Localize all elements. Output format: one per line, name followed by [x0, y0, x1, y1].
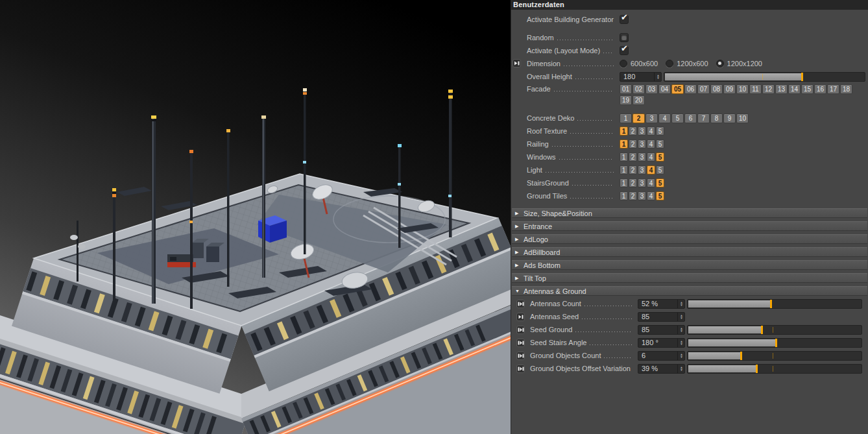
choice-button[interactable]: 1: [620, 165, 628, 175]
choice-button[interactable]: 03: [645, 84, 658, 94]
choice-button[interactable]: 1: [620, 191, 628, 200]
radio-option[interactable]: 1200x600: [666, 60, 708, 67]
choice-button[interactable]: 07: [697, 84, 710, 94]
choice-button[interactable]: 17: [827, 84, 839, 94]
stepper[interactable]: ▲▼: [677, 339, 683, 347]
choice-button[interactable]: 4: [658, 114, 671, 123]
choice-button[interactable]: 6: [684, 114, 697, 123]
ground-objects-count-field[interactable]: 6▲▼: [638, 351, 685, 361]
overall-height-slider[interactable]: [664, 72, 865, 82]
section-header-adbillboard[interactable]: ▶ AdBillboard: [512, 247, 867, 257]
choice-button[interactable]: 2: [629, 127, 637, 136]
section-header-size-shape-position[interactable]: ▶ Size, Shape&Position: [512, 208, 867, 218]
stepper[interactable]: ▲▼: [677, 326, 683, 334]
choice-button[interactable]: 5: [656, 127, 664, 136]
choice-button[interactable]: 18: [840, 84, 852, 94]
ground-objects-offset-variation-field[interactable]: 39 %▲▼: [638, 364, 685, 374]
choice-button[interactable]: 5: [656, 191, 664, 200]
choice-button[interactable]: 3: [645, 114, 658, 123]
choice-button[interactable]: 5: [656, 165, 664, 175]
overall-height-field[interactable]: 180 ▲▼: [620, 72, 662, 82]
slider-handle[interactable]: [761, 326, 763, 334]
activate-building-generator-checkbox[interactable]: ✔: [620, 15, 629, 24]
choice-button[interactable]: 8: [710, 114, 723, 123]
choice-button[interactable]: 1: [620, 139, 628, 149]
choice-button[interactable]: 1: [620, 127, 628, 136]
choice-button[interactable]: 2: [629, 152, 637, 162]
choice-button[interactable]: 06: [684, 84, 697, 94]
ground-objects-offset-variation-slider[interactable]: [687, 364, 862, 374]
antennas-count-slider[interactable]: [687, 299, 862, 309]
choice-button[interactable]: 4: [647, 191, 655, 200]
choice-button[interactable]: 5: [656, 152, 664, 162]
choice-button[interactable]: 10: [736, 114, 749, 123]
choice-button[interactable]: 08: [710, 84, 723, 94]
choice-button[interactable]: 3: [638, 191, 646, 200]
slider-handle[interactable]: [756, 365, 758, 373]
choice-button[interactable]: 19: [620, 95, 632, 105]
choice-button[interactable]: 02: [633, 84, 645, 94]
choice-button[interactable]: 12: [762, 84, 775, 94]
slider-handle[interactable]: [801, 73, 803, 81]
stepper[interactable]: ▲▼: [654, 73, 660, 81]
choice-button[interactable]: 1: [620, 114, 632, 123]
antennas-seed-field[interactable]: 85▲▼: [638, 312, 685, 322]
choice-button[interactable]: 3: [638, 165, 646, 175]
stepper[interactable]: ▲▼: [677, 365, 683, 373]
random-checkbox[interactable]: [620, 33, 629, 42]
choice-button[interactable]: 4: [647, 165, 655, 175]
choice-button[interactable]: 4: [647, 152, 655, 162]
choice-button[interactable]: 2: [629, 178, 637, 187]
choice-button[interactable]: 5: [671, 114, 684, 123]
section-header-entrance[interactable]: ▶ Entrance: [512, 221, 867, 231]
choice-button[interactable]: 01: [620, 84, 632, 94]
stepper[interactable]: ▲▼: [677, 313, 683, 321]
section-header-tilt-top[interactable]: ▶ Tilt Top: [512, 273, 867, 283]
choice-button[interactable]: 1: [620, 178, 628, 187]
choice-button[interactable]: 20: [633, 95, 645, 105]
seed-ground-field[interactable]: 85▲▼: [638, 325, 685, 335]
choice-button[interactable]: 09: [723, 84, 736, 94]
activate-layout-mode-checkbox[interactable]: ✔: [620, 46, 629, 55]
choice-button[interactable]: 7: [697, 114, 710, 123]
choice-button[interactable]: 2: [633, 114, 645, 123]
choice-button[interactable]: 15: [801, 84, 814, 94]
choice-button[interactable]: 4: [647, 178, 655, 187]
choice-button[interactable]: 11: [749, 84, 762, 94]
choice-button[interactable]: 14: [788, 84, 801, 94]
ground-objects-count-slider[interactable]: [687, 351, 862, 361]
slider-handle[interactable]: [770, 300, 772, 308]
seed-stairs-angle-slider[interactable]: [687, 338, 862, 348]
choice-button[interactable]: 3: [638, 178, 646, 187]
slider-handle[interactable]: [740, 352, 742, 360]
choice-button[interactable]: 1: [620, 152, 628, 162]
seed-stairs-angle-field[interactable]: 180 °▲▼: [638, 338, 685, 348]
radio-option[interactable]: 1200x1200: [716, 60, 762, 67]
seed-ground-slider[interactable]: [687, 325, 862, 335]
choice-button[interactable]: 10: [736, 84, 749, 94]
section-header-ads-bottom[interactable]: ▶ Ads Bottom: [512, 260, 867, 270]
choice-button[interactable]: 3: [638, 139, 646, 149]
choice-button[interactable]: 04: [658, 84, 671, 94]
section-header-adlogo[interactable]: ▶ AdLogo: [512, 234, 867, 244]
choice-button[interactable]: 13: [775, 84, 788, 94]
choice-button[interactable]: 2: [629, 165, 637, 175]
choice-button[interactable]: 5: [656, 139, 664, 149]
choice-button[interactable]: 4: [647, 139, 655, 149]
viewport-3d[interactable]: [0, 0, 511, 434]
choice-button[interactable]: 3: [638, 152, 646, 162]
choice-button[interactable]: 9: [723, 114, 736, 123]
radio-option[interactable]: 600x600: [620, 60, 658, 67]
choice-button[interactable]: 5: [656, 178, 664, 187]
antennas-count-field[interactable]: 52 %▲▼: [638, 299, 685, 309]
slider-handle[interactable]: [775, 339, 777, 347]
choice-button[interactable]: 4: [647, 127, 655, 136]
choice-button[interactable]: 2: [629, 139, 637, 149]
stepper[interactable]: ▲▼: [677, 352, 683, 360]
choice-button[interactable]: 16: [814, 84, 826, 94]
section-header-antennas-ground[interactable]: ▼ Antennas & Ground: [512, 286, 867, 296]
stepper[interactable]: ▲▼: [677, 300, 683, 308]
choice-button[interactable]: 05: [671, 84, 684, 94]
choice-button[interactable]: 3: [638, 127, 646, 136]
choice-button[interactable]: 2: [629, 191, 637, 200]
